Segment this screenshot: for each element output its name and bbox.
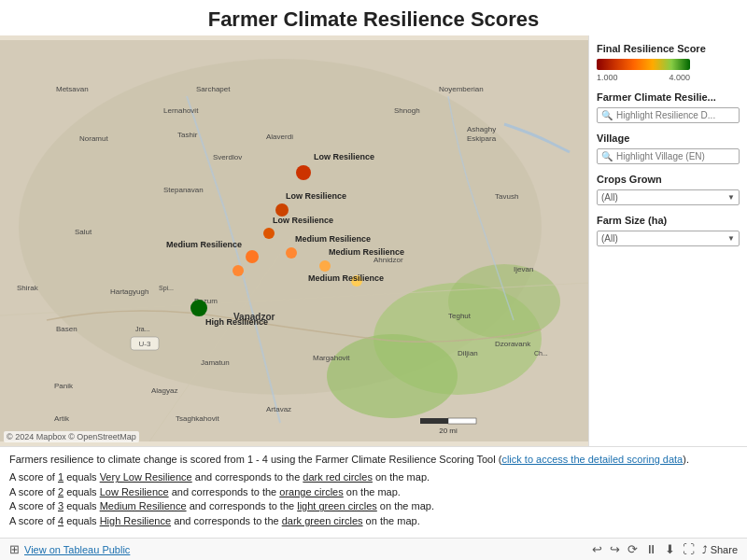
svg-text:Jamatun: Jamatun [201, 358, 230, 367]
score-num-1: 1 [58, 471, 63, 483]
redo-icon[interactable]: ↪ [610, 542, 620, 556]
svg-text:Ashaghy: Ashaghy [467, 125, 496, 133]
fullscreen-icon[interactable]: ⛶ [683, 542, 695, 556]
sidebar: Final Resilience Score 1.000 4.000 Farme… [588, 35, 747, 446]
svg-text:Dzoravank: Dzoravank [495, 340, 531, 348]
legend-title: Final Resilience Score [597, 43, 740, 54]
svg-text:Tavush: Tavush [495, 192, 518, 201]
svg-text:Noyemberian: Noyemberian [439, 85, 484, 93]
filter-farmsize-section: Farm Size (ha) (All) ▼ [597, 215, 740, 246]
score-circles-3: light green circles [297, 500, 377, 511]
svg-text:Basen: Basen [56, 325, 78, 333]
score-label-2: Low Resilience [100, 486, 169, 497]
svg-point-45 [275, 203, 289, 217]
filter4-select[interactable]: (All) ▼ [597, 231, 740, 246]
map-copyright: © 2024 Mapbox © OpenStreetMap [4, 431, 139, 442]
svg-point-4 [327, 334, 458, 418]
filter1-text-input[interactable] [616, 110, 735, 120]
score-line-4: A score of 4 equals High Resilience and … [9, 515, 420, 526]
score-circles-1: dark red circles [303, 471, 373, 483]
filter-crops-section: Crops Grown (All) ▼ [597, 174, 740, 205]
bottom-text: Farmers resilience to climate change is … [0, 446, 747, 538]
svg-text:Eskipara: Eskipara [467, 134, 497, 143]
intro-paragraph: Farmers resilience to climate change is … [9, 453, 738, 467]
filter1-title: Farmer Climate Resilie... [597, 91, 740, 103]
undo-icon[interactable]: ↩ [592, 542, 602, 556]
download-icon[interactable]: ⬇ [665, 542, 675, 556]
score-label-4: High Resilience [100, 515, 171, 526]
svg-text:Jra...: Jra... [135, 326, 150, 332]
svg-point-49 [246, 250, 259, 263]
filter-village-section: Village 🔍 [597, 133, 740, 164]
filter3-title: Crops Grown [597, 174, 740, 185]
svg-point-54 [319, 260, 331, 272]
filter3-value: (All) [601, 192, 618, 203]
svg-text:U-3: U-3 [139, 340, 151, 348]
svg-text:Alaverdi: Alaverdi [266, 133, 293, 141]
score-num-3: 3 [58, 500, 63, 511]
tableau-bar: ⊞ View on Tableau Public ↩ ↪ ⟳ ⏸ ⬇ ⛶ ⤴ S… [0, 538, 747, 560]
share-label: Share [711, 544, 738, 555]
svg-text:Artik: Artik [54, 414, 70, 423]
filter2-title: Village [597, 133, 740, 144]
main-container: Farmer Climate Resilience Scores [0, 0, 747, 560]
score-line-1: A score of 1 equals Very Low Resilience … [9, 471, 430, 483]
filter4-value: (All) [601, 233, 618, 244]
filter3-select[interactable]: (All) ▼ [597, 189, 740, 205]
svg-text:Medium Resilience: Medium Resilience [329, 247, 404, 257]
chevron-down-icon-3: ▼ [727, 193, 735, 202]
svg-point-3 [448, 264, 560, 339]
svg-text:Alagyaz: Alagyaz [151, 386, 177, 395]
svg-text:Margahovit: Margahovit [313, 354, 350, 362]
score-circles-4: dark green circles [282, 515, 363, 526]
chevron-down-icon-4: ▼ [727, 234, 735, 243]
search-icon-1: 🔍 [601, 110, 613, 120]
svg-text:Panik: Panik [54, 382, 74, 390]
svg-text:Ijevan: Ijevan [514, 265, 533, 273]
score-label-1: Very Low Resilience [100, 471, 192, 483]
svg-text:Lernahovit: Lernahovit [163, 106, 199, 115]
filter2-input[interactable]: 🔍 [597, 148, 740, 164]
content-area: U-3 Metsavan Sarchapet Noyemberian Lerna… [0, 35, 747, 446]
score-line-3: A score of 3 equals Medium Resilience an… [9, 500, 434, 511]
score-lines: A score of 1 equals Very Low Resilience … [9, 470, 738, 528]
svg-text:Spi...: Spi... [159, 285, 174, 292]
svg-text:Hartagyugh: Hartagyugh [110, 287, 148, 296]
map-svg: U-3 Metsavan Sarchapet Noyemberian Lerna… [0, 35, 588, 446]
svg-text:Ahnidzor: Ahnidzor [374, 256, 403, 264]
svg-text:Sarchapet: Sarchapet [196, 85, 231, 93]
svg-text:Ch...: Ch... [534, 350, 548, 357]
svg-text:Shirak: Shirak [17, 284, 39, 292]
svg-text:Noramut: Noramut [79, 134, 108, 143]
share-button[interactable]: ⤴ Share [702, 544, 738, 555]
map-container[interactable]: U-3 Metsavan Sarchapet Noyemberian Lerna… [0, 35, 588, 446]
svg-text:Tsaghkahovit: Tsaghkahovit [176, 414, 219, 423]
svg-point-52 [286, 247, 297, 259]
share-icon: ⤴ [702, 544, 708, 555]
svg-point-51 [233, 265, 244, 276]
svg-text:Low Resilience: Low Resilience [314, 152, 374, 161]
tableau-grid-icon: ⊞ [9, 542, 20, 556]
page-title: Farmer Climate Resilience Scores [0, 0, 747, 35]
pause-icon[interactable]: ⏸ [645, 542, 657, 556]
filter1-input[interactable]: 🔍 [597, 107, 740, 123]
map-section: U-3 Metsavan Sarchapet Noyemberian Lerna… [0, 35, 588, 446]
revert-icon[interactable]: ⟳ [627, 542, 638, 556]
filter4-title: Farm Size (ha) [597, 215, 740, 226]
view-tableau-label[interactable]: View on Tableau Public [24, 544, 130, 555]
svg-text:Medium Resilience: Medium Resilience [166, 240, 242, 249]
svg-text:Low Resilience: Low Resilience [286, 191, 346, 201]
scoring-link[interactable]: click to access the detailed scoring dat… [501, 454, 683, 465]
svg-text:20 mi: 20 mi [439, 427, 458, 435]
filter2-text-input[interactable] [616, 151, 735, 161]
svg-text:Tashir: Tashir [177, 131, 198, 139]
svg-rect-61 [448, 418, 476, 424]
svg-point-58 [190, 300, 207, 316]
filter-resilience-section: Farmer Climate Resilie... 🔍 [597, 91, 740, 123]
svg-text:Artavaz: Artavaz [266, 405, 291, 413]
legend-max: 4.000 [669, 73, 690, 82]
svg-text:Medium Resilience: Medium Resilience [295, 234, 371, 244]
tableau-left: ⊞ View on Tableau Public [9, 542, 130, 556]
svg-text:Shnogh: Shnogh [394, 106, 420, 115]
svg-text:Metsavan: Metsavan [56, 85, 89, 93]
